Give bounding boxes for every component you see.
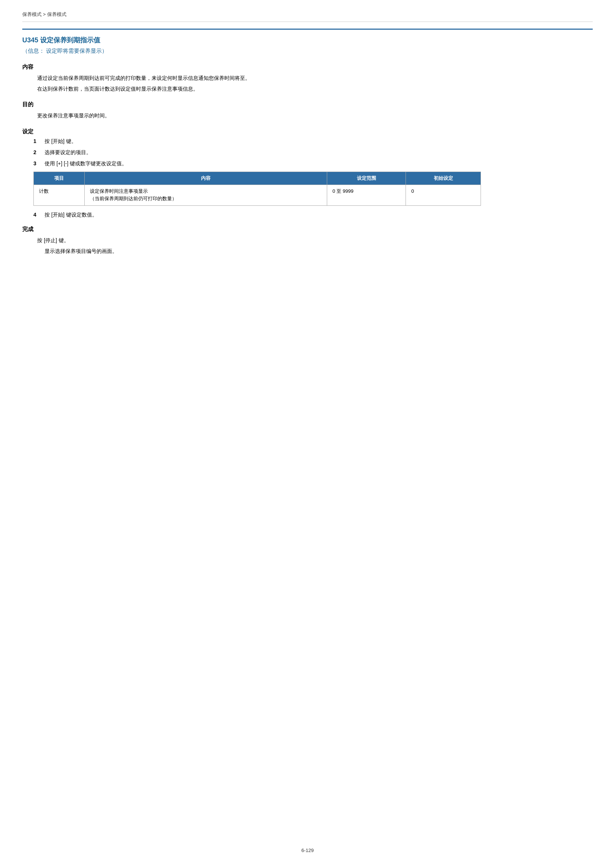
complete-line-1: 按 [停止] 键。 (37, 236, 593, 245)
cell-range: 0 至 9999 (327, 184, 406, 206)
complete-title: 完成 (22, 226, 593, 233)
breadcrumb: 保养模式 > 保养模式 (22, 11, 593, 22)
complete-body: 按 [停止] 键。 显示选择保养项目编号的画面。 (37, 236, 593, 256)
col-header-content: 内容 (84, 172, 327, 184)
purpose-body: 更改保养注意事项显示的时间。 (37, 111, 593, 120)
step-4-text: 按 [开始] 键设定数值。 (45, 212, 97, 219)
purpose-line-1: 更改保养注意事项显示的时间。 (37, 111, 593, 120)
setting-section: 设定 1 按 [开始] 键。 2 选择要设定的项目。 3 使用 [+] [-] … (22, 128, 593, 219)
content-body: 通过设定当前保养周期到达前可完成的打印数量，来设定何时显示信息通知您保养时间将至… (37, 73, 593, 94)
step-3-number: 3 (33, 161, 45, 166)
cell-default: 0 (406, 184, 481, 206)
complete-line-2: 显示选择保养项目编号的画面。 (45, 247, 593, 256)
cell-item: 计数 (34, 184, 85, 206)
step-1-number: 1 (33, 138, 45, 144)
purpose-title: 目的 (22, 101, 593, 108)
step-2-text: 选择要设定的项目。 (45, 149, 91, 156)
complete-section: 完成 按 [停止] 键。 显示选择保养项目编号的画面。 (22, 226, 593, 256)
page-title: U345 设定保养到期指示值 (22, 36, 593, 45)
table-body: 计数 设定保养时间注意事项显示 （当前保养周期到达前仍可打印的数量） 0 至 9… (34, 184, 481, 206)
table-header: 项目 内容 设定范围 初始设定 (34, 172, 481, 184)
cell-content-line1: 设定保养时间注意事项显示 (90, 188, 148, 194)
setting-title: 设定 (22, 128, 593, 135)
content-title: 内容 (22, 64, 593, 70)
settings-table-wrapper: 项目 内容 设定范围 初始设定 计数 设定保养时间注意事项显示 （当前保养周期到… (33, 172, 593, 206)
content-section: 内容 通过设定当前保养周期到达前可完成的打印数量，来设定何时显示信息通知您保养时… (22, 64, 593, 94)
step-1: 1 按 [开始] 键。 (33, 138, 593, 145)
step-3: 3 使用 [+] [-] 键或数字键更改设定值。 (33, 161, 593, 167)
col-header-item: 项目 (34, 172, 85, 184)
step-1-text: 按 [开始] 键。 (45, 138, 76, 145)
cell-content: 设定保养时间注意事项显示 （当前保养周期到达前仍可打印的数量） (84, 184, 327, 206)
page-subtitle: （信息： 设定即将需要保养显示） (22, 48, 593, 55)
settings-table: 项目 内容 设定范围 初始设定 计数 设定保养时间注意事项显示 （当前保养周期到… (33, 172, 481, 206)
content-line-1: 通过设定当前保养周期到达前可完成的打印数量，来设定何时显示信息通知您保养时间将至… (37, 73, 593, 83)
col-header-default: 初始设定 (406, 172, 481, 184)
table-row: 计数 设定保养时间注意事项显示 （当前保养周期到达前仍可打印的数量） 0 至 9… (34, 184, 481, 206)
step-3-text: 使用 [+] [-] 键或数字键更改设定值。 (45, 161, 127, 167)
step-2-number: 2 (33, 149, 45, 155)
step-2: 2 选择要设定的项目。 (33, 149, 593, 156)
cell-content-line2: （当前保养周期到达前仍可打印的数量） (90, 196, 177, 201)
step-4: 4 按 [开始] 键设定数值。 (33, 212, 593, 219)
purpose-section: 目的 更改保养注意事项显示的时间。 (22, 101, 593, 120)
content-line-2: 在达到保养计数前，当页面计数达到设定值时显示保养注意事项信息。 (37, 84, 593, 94)
footer-page-number: 6-129 (0, 848, 615, 853)
top-divider (22, 29, 593, 30)
col-header-range: 设定范围 (327, 172, 406, 184)
step-4-number: 4 (33, 212, 45, 218)
